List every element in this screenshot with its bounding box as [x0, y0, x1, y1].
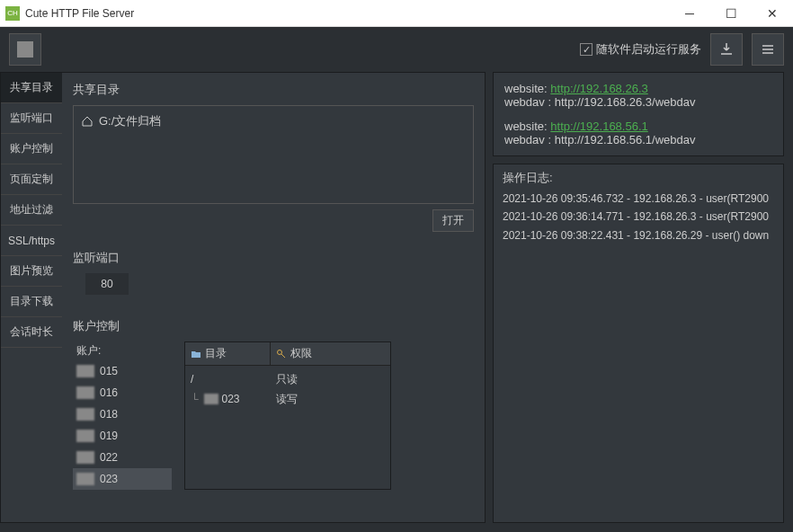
share-item[interactable]: G:/文件归档: [81, 113, 466, 129]
autostart-checkbox[interactable]: ✓ 随软件启动运行服务: [580, 41, 701, 58]
webdav-url-1: http://192.168.26.3/webdav: [555, 95, 696, 109]
log-line: 2021-10-26 09:38:22.431 - 192.168.26.29 …: [503, 226, 774, 244]
perm-col-dir: 目录: [185, 342, 271, 365]
sidebar-item-img[interactable]: 图片预览: [1, 256, 62, 287]
right-panel: website: http://192.168.26.3 webdav : ht…: [493, 72, 784, 523]
window-title: Cute HTTP File Server: [25, 7, 669, 20]
autostart-label: 随软件启动运行服务: [596, 41, 701, 58]
share-title: 共享目录: [73, 82, 474, 98]
left-panel: 共享目录 监听端口 账户控制 页面定制 地址过滤 SSL/https 图片预览 …: [0, 72, 486, 523]
sidebar-item-account[interactable]: 账户控制: [1, 134, 62, 164]
folder-icon: [191, 349, 201, 359]
svg-point-0: [278, 350, 282, 354]
app-icon: CH: [5, 6, 20, 21]
maximize-button[interactable]: ☐: [710, 0, 752, 26]
minimize-button[interactable]: ─: [669, 0, 710, 26]
sidebar: 共享目录 监听端口 账户控制 页面定制 地址过滤 SSL/https 图片预览 …: [1, 73, 62, 522]
account-item[interactable]: 019: [73, 425, 172, 447]
toolbar: ✓ 随软件启动运行服务: [0, 27, 793, 72]
port-input[interactable]: [85, 273, 129, 295]
account-list: 账户: 015 016 018 019 022 023: [73, 341, 172, 490]
account-item-selected[interactable]: 023: [73, 468, 172, 490]
close-button[interactable]: ✕: [752, 0, 793, 26]
titlebar: CH Cute HTTP File Server ─ ☐ ✕: [0, 0, 793, 27]
sidebar-item-ssl[interactable]: SSL/https: [1, 226, 62, 256]
port-title: 监听端口: [73, 250, 474, 266]
website-link-2[interactable]: http://192.168.56.1: [550, 120, 647, 133]
account-item[interactable]: 016: [73, 382, 172, 403]
log-line: 2021-10-26 09:35:46.732 - 192.168.26.3 -…: [503, 190, 774, 208]
account-item[interactable]: 015: [73, 360, 172, 382]
account-header: 账户:: [73, 341, 172, 360]
content-area: 共享目录 G:/文件归档 打开 监听端口 账户控制 账户:: [62, 73, 485, 522]
sidebar-item-session[interactable]: 会话时长: [1, 317, 62, 348]
perm-col-perm: 权限: [271, 342, 317, 365]
account-item[interactable]: 022: [73, 447, 172, 468]
download-button[interactable]: [710, 33, 743, 66]
menu-button[interactable]: [752, 33, 784, 66]
server-info: website: http://192.168.26.3 webdav : ht…: [493, 72, 784, 156]
share-path: G:/文件归档: [99, 113, 161, 129]
perm-row[interactable]: └023 读写: [185, 389, 390, 409]
sidebar-item-page[interactable]: 页面定制: [1, 164, 62, 195]
open-button[interactable]: 打开: [432, 209, 474, 232]
share-list[interactable]: G:/文件归档: [73, 105, 474, 204]
website-link-1[interactable]: http://192.168.26.3: [550, 82, 647, 95]
permission-table: 目录 权限 / 只读: [184, 341, 391, 490]
stop-button[interactable]: [9, 33, 41, 66]
key-icon: [276, 349, 287, 359]
log-panel: 操作日志: 2021-10-26 09:35:46.732 - 192.168.…: [493, 164, 784, 523]
account-item[interactable]: 018: [73, 403, 172, 425]
home-icon: [81, 115, 94, 128]
log-title: 操作日志:: [503, 170, 774, 186]
account-title: 账户控制: [73, 318, 474, 334]
sidebar-item-filter[interactable]: 地址过滤: [1, 195, 62, 226]
checkbox-icon: ✓: [580, 43, 593, 56]
sidebar-item-dl[interactable]: 目录下载: [1, 287, 62, 317]
sidebar-item-share[interactable]: 共享目录: [1, 73, 62, 103]
log-line: 2021-10-26 09:36:14.771 - 192.168.26.3 -…: [503, 208, 774, 226]
webdav-url-2: http://192.168.56.1/webdav: [555, 133, 696, 146]
perm-row[interactable]: / 只读: [185, 369, 390, 389]
sidebar-item-port[interactable]: 监听端口: [1, 103, 62, 134]
